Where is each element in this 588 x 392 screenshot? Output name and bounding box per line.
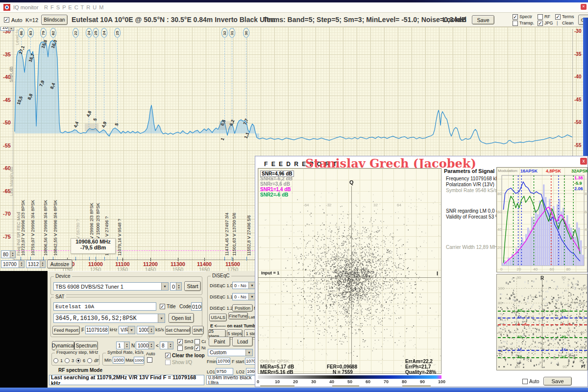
n2-spinner[interactable]: 1000▲▼ — [136, 342, 154, 349]
autosize-button[interactable]: Autosize — [47, 260, 73, 269]
spectr-checkbox[interactable]: ✓ — [513, 14, 518, 20]
rf-checkbox[interactable]: ✓ — [538, 14, 543, 20]
paint-button[interactable]: Paint — [209, 337, 230, 346]
sm3-label: Sm3 — [184, 339, 194, 344]
sr-spinner[interactable]: 1000▲▼ — [137, 326, 154, 334]
terms-checkbox[interactable]: ✓ — [555, 14, 561, 20]
start-button[interactable]: Start — [184, 281, 201, 291]
spectrum-button[interactable]: Spectrum — [74, 341, 98, 350]
polarization-select[interactable]: V/R▼ — [119, 326, 135, 334]
level-spinner[interactable]: 80▲▼ — [1, 250, 16, 258]
n1-spinner[interactable]: 1▲▼ — [116, 342, 130, 349]
axis-caption-snr: SNR,dB — [9, 66, 14, 82]
chevron-down-icon: ▼ — [161, 283, 168, 290]
level-marker[interactable]: 25 — [114, 28, 121, 38]
transponder-label: 11552,8 V 27496 5/6 — [246, 215, 251, 256]
level-marker[interactable]: 24 — [101, 28, 107, 38]
freqstep-radio-1[interactable] — [53, 358, 58, 363]
channel-select[interactable]: 3645,R,16130,56,S2;8PSK▼ — [53, 314, 165, 323]
spinner-arrows-icon: ▲▼ — [10, 251, 15, 258]
peak-snr-label: 10,5 — [16, 96, 24, 105]
params-title: Parametrs of Signal : — [444, 168, 495, 174]
auto-label: Auto — [11, 17, 23, 23]
mod-ytick-left: 40 — [497, 227, 502, 232]
dynamical-button[interactable]: Dynamical — [52, 341, 74, 350]
code-field[interactable]: 0100 — [191, 302, 202, 311]
custom-select[interactable]: Custom▼ — [208, 349, 253, 356]
y-axis-label-left: -35 — [1, 51, 11, 57]
set-channel-button[interactable]: Set Channel — [165, 326, 191, 335]
peak-snr-label: 7,9 — [39, 80, 46, 87]
fmin-field[interactable]: 10700 — [217, 358, 230, 365]
freqstep-radio-dF[interactable] — [87, 358, 92, 363]
y-axis-label-right: -55 — [574, 143, 581, 148]
show-iq-checkbox[interactable]: ✓ — [165, 360, 171, 365]
open-list-button[interactable]: Open list — [169, 313, 194, 323]
sm3-checkbox[interactable]: ✓ — [177, 339, 183, 344]
level-marker[interactable]: 31 — [229, 28, 235, 38]
span-spinner[interactable]: 1312▲▼ — [26, 260, 46, 268]
peak-snr-label: 8,8 — [27, 93, 34, 100]
level-marker[interactable]: 32 — [221, 28, 228, 38]
freqstep-radio-3[interactable] — [65, 358, 70, 363]
scrollbar-segment[interactable] — [260, 385, 294, 387]
finetune-button[interactable]: FineTune — [228, 312, 248, 319]
level-marker[interactable]: 24 — [86, 28, 92, 38]
max-field[interactable]: 10000 — [134, 357, 144, 364]
position-button[interactable]: Position — [232, 304, 253, 312]
level-marker[interactable]: 79 — [40, 28, 47, 38]
auto-sr-checkbox[interactable]: ✓ — [147, 357, 152, 363]
tuner-select[interactable]: TBS 6908 DVBS/S2 Tuner 1▼ — [53, 282, 169, 291]
n3-spinner[interactable]: 8▲▼ — [160, 342, 173, 349]
freqstep-radio-6[interactable] — [76, 358, 81, 363]
snr-button[interactable]: SNR — [192, 326, 204, 335]
merr-value: MERr=5.16 dB — [260, 369, 294, 375]
desktop: { "titlebar": {"app": "IQ monitor", "tit… — [0, 0, 588, 392]
title-checkbox[interactable]: ✓ — [160, 304, 165, 309]
level-marker[interactable]: 82 — [50, 28, 56, 38]
transponder-tick — [117, 257, 118, 261]
fi-threshold-label: 8 — [524, 322, 526, 326]
transponder-tick — [75, 257, 76, 261]
noise-checkbox[interactable]: ✓ — [195, 345, 200, 351]
tuner-num-spinner[interactable]: 0▲▼ — [170, 282, 182, 291]
lo1-field[interactable]: 9750 — [216, 368, 233, 375]
constellation-tick-label: -64 — [303, 203, 309, 207]
close-icon[interactable]: × — [581, 4, 587, 10]
chevron-down-icon: ▼ — [245, 349, 252, 356]
feed-x-label: 0 — [257, 379, 259, 384]
peak-snr-label: 17,1 — [18, 45, 25, 55]
min-field[interactable]: 1000 — [113, 357, 124, 364]
level-marker[interactable]: 30 — [243, 28, 249, 38]
mod-xtick: 0 — [500, 267, 502, 271]
calibr-checkbox[interactable]: ✓ — [195, 339, 200, 344]
fi-gridline — [499, 303, 586, 303]
fi-save-button[interactable]: Save — [543, 377, 572, 386]
load-button[interactable]: Load — [232, 337, 253, 346]
modulation-panel: Modulation: 16APSK4,8PSK32APSK 1.38-5.92… — [496, 167, 588, 272]
usals-button[interactable]: USALS — [209, 314, 227, 321]
freq-field[interactable]: 11079168 — [85, 326, 109, 334]
save-button[interactable]: Save — [472, 15, 494, 24]
locked-status: Locked — [442, 16, 466, 24]
sat-name-field[interactable]: Eutelsat 10A — [53, 302, 156, 311]
scrollbar-segment[interactable] — [332, 385, 359, 387]
auto-checkbox[interactable]: ✓ — [4, 17, 9, 23]
clear-loop-checkbox[interactable]: ✓ — [165, 353, 171, 358]
feed-report-button[interactable]: Feed Report — [52, 326, 80, 335]
level-marker[interactable]: 83 — [27, 28, 34, 38]
fstart-spinner[interactable]: 10700▲▼ — [1, 260, 24, 268]
transp-checkbox[interactable]: ✓ — [513, 21, 518, 26]
blindscan-button[interactable]: Blindscan — [41, 15, 68, 25]
jpg-checkbox[interactable]: ✓ — [538, 21, 543, 26]
sat-group-label: SAT — [54, 294, 66, 299]
fi-side-label-right: 80 — [580, 301, 585, 305]
level-marker[interactable]: 25 — [93, 28, 99, 38]
feed-close-icon[interactable]: x — [580, 158, 587, 165]
diseqc10-select[interactable]: 0 - No▼ — [232, 282, 256, 289]
scrollbar-segment[interactable] — [402, 385, 431, 387]
level-marker[interactable]: 22 — [73, 28, 79, 38]
sm9-checkbox[interactable]: ✓ — [177, 345, 183, 351]
diseqc11-select[interactable]: 0 - No▼ — [232, 293, 256, 300]
fi-auto-checkbox[interactable]: ✓ — [522, 379, 528, 384]
